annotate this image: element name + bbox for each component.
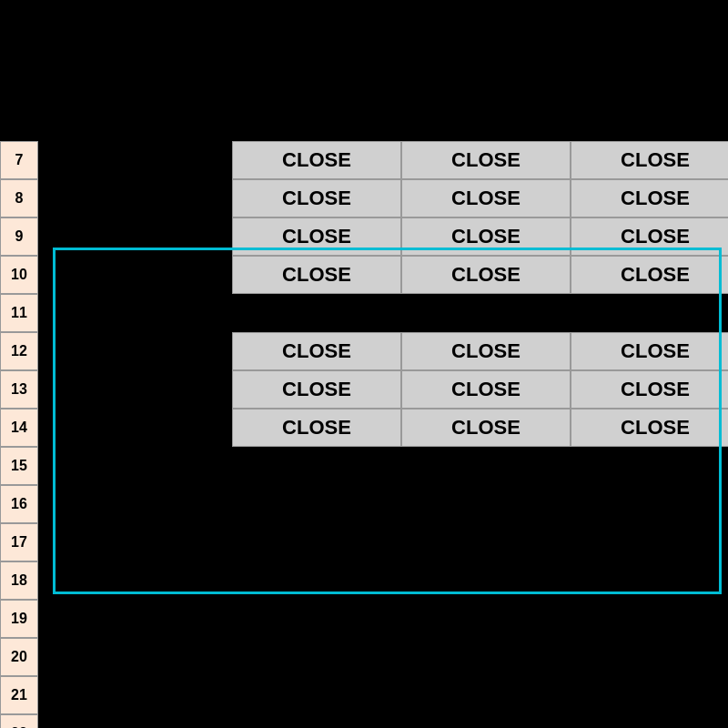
table-row: 14CLOSECLOSECLOSE — [0, 409, 728, 447]
empty-row-space — [38, 600, 728, 638]
row-number: 22 — [0, 714, 38, 728]
row-number: 13 — [0, 370, 38, 409]
data-cell[interactable]: CLOSE — [232, 332, 401, 370]
empty-row-space — [38, 294, 728, 332]
table-row: 16 — [0, 485, 728, 523]
data-cell[interactable]: CLOSE — [232, 217, 401, 256]
data-cell[interactable]: CLOSE — [571, 409, 728, 447]
row-number: 15 — [0, 447, 38, 485]
row-number: 16 — [0, 485, 38, 523]
row-spacer — [38, 256, 232, 294]
row-number: 9 — [0, 217, 38, 256]
row-number: 20 — [0, 638, 38, 676]
data-cell[interactable]: CLOSE — [401, 179, 571, 217]
data-cell[interactable]: CLOSE — [232, 370, 401, 409]
data-cell[interactable]: CLOSE — [401, 217, 571, 256]
row-number: 14 — [0, 409, 38, 447]
data-cell[interactable]: CLOSE — [401, 409, 571, 447]
table-row: 18 — [0, 561, 728, 600]
table-row: 10CLOSECLOSECLOSE — [0, 256, 728, 294]
data-cell[interactable]: CLOSE — [401, 141, 571, 179]
row-number: 11 — [0, 294, 38, 332]
empty-row-space — [38, 485, 728, 523]
table-row: 9CLOSECLOSECLOSE — [0, 217, 728, 256]
table-row: 7CLOSECLOSECLOSE — [0, 141, 728, 179]
table-row: 13CLOSECLOSECLOSE — [0, 370, 728, 409]
table-row: 15 — [0, 447, 728, 485]
table-row: 12CLOSECLOSECLOSE — [0, 332, 728, 370]
row-number: 18 — [0, 561, 38, 600]
data-cell[interactable]: CLOSE — [571, 332, 728, 370]
row-spacer — [38, 409, 232, 447]
empty-row-space — [38, 714, 728, 728]
data-cell[interactable]: CLOSE — [571, 256, 728, 294]
data-cell[interactable]: CLOSE — [571, 179, 728, 217]
empty-row-space — [38, 523, 728, 561]
data-cell[interactable]: CLOSE — [232, 141, 401, 179]
table-row: 20 — [0, 638, 728, 676]
empty-row-space — [38, 638, 728, 676]
data-cell[interactable]: CLOSE — [571, 141, 728, 179]
data-cell[interactable]: CLOSE — [401, 332, 571, 370]
row-number: 12 — [0, 332, 38, 370]
table-row: 22 — [0, 714, 728, 728]
row-number: 10 — [0, 256, 38, 294]
row-number: 8 — [0, 179, 38, 217]
data-cell[interactable]: CLOSE — [571, 217, 728, 256]
table-row: 11 — [0, 294, 728, 332]
empty-row-space — [38, 561, 728, 600]
data-cell[interactable]: CLOSE — [232, 256, 401, 294]
empty-row-space — [38, 676, 728, 714]
row-number: 21 — [0, 676, 38, 714]
row-spacer — [38, 332, 232, 370]
row-number: 19 — [0, 600, 38, 638]
row-number: 17 — [0, 523, 38, 561]
empty-row-space — [38, 447, 728, 485]
row-spacer — [38, 141, 232, 179]
data-cell[interactable]: CLOSE — [401, 256, 571, 294]
row-spacer — [38, 179, 232, 217]
table-row: 19 — [0, 600, 728, 638]
table-row: 8CLOSECLOSECLOSE — [0, 179, 728, 217]
table-row: 21 — [0, 676, 728, 714]
data-cell[interactable]: CLOSE — [232, 409, 401, 447]
data-cell[interactable]: CLOSE — [401, 370, 571, 409]
spreadsheet-grid: 7CLOSECLOSECLOSE8CLOSECLOSECLOSE9CLOSECL… — [0, 141, 728, 728]
row-number: 7 — [0, 141, 38, 179]
data-cell[interactable]: CLOSE — [571, 370, 728, 409]
data-cell[interactable]: CLOSE — [232, 179, 401, 217]
row-spacer — [38, 217, 232, 256]
row-spacer — [38, 370, 232, 409]
table-row: 17 — [0, 523, 728, 561]
